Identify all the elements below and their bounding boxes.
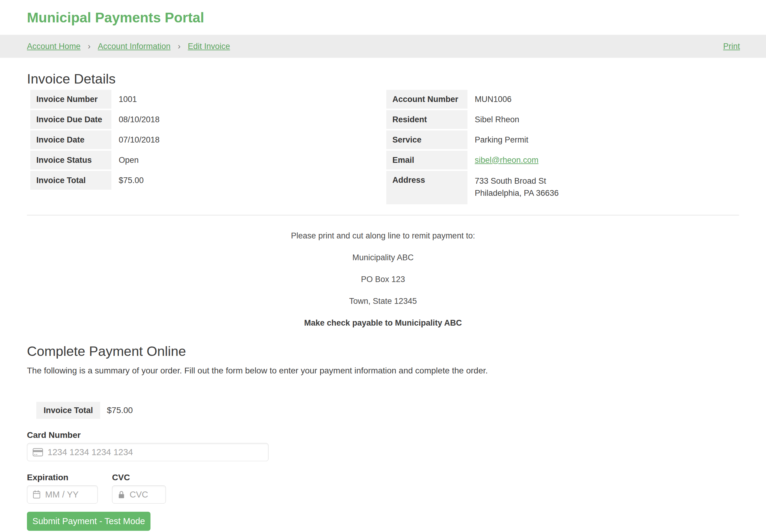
table-row: Invoice Due Date 08/10/2018 [30, 110, 383, 129]
table-row: Service Parking Permit [386, 130, 739, 149]
row-value: 07/10/2018 [111, 130, 159, 149]
breadcrumb-link-account-information[interactable]: Account Information [98, 42, 170, 51]
address-line-1: 733 South Broad St [475, 175, 559, 187]
row-label: Email [386, 151, 468, 169]
invoice-details-tables: Invoice Number 1001 Invoice Due Date 08/… [27, 90, 739, 206]
row-value: 08/10/2018 [111, 110, 159, 129]
remit-payee: Municipality ABC [27, 253, 739, 262]
invoice-details-heading: Invoice Details [27, 71, 739, 87]
remit-check-note: Make check payable to Municipality ABC [27, 318, 739, 328]
lock-icon [118, 491, 125, 499]
table-row: Invoice Status Open [30, 151, 383, 169]
card-number-field-box [27, 443, 268, 461]
submit-payment-button[interactable]: Submit Payment - Test Mode [27, 512, 150, 531]
expiration-label: Expiration [27, 473, 98, 482]
cvc-input[interactable] [130, 490, 160, 500]
address-line-2: Philadelphia, PA 36636 [475, 187, 559, 199]
expiration-cvc-labels: Expiration CVC [27, 461, 739, 482]
row-label: Invoice Due Date [30, 110, 111, 129]
table-row: Invoice Total $75.00 [30, 171, 383, 190]
row-value: sibel@rheon.com [468, 151, 539, 169]
card-number-label: Card Number [27, 430, 739, 440]
row-value: Parking Permit [468, 130, 528, 149]
card-number-input[interactable] [48, 447, 263, 457]
print-link[interactable]: Print [723, 42, 740, 51]
breadcrumb: Account Home › Account Information › Edi… [0, 35, 766, 58]
invoice-info-table: Invoice Number 1001 Invoice Due Date 08/… [27, 90, 383, 206]
row-label: Address [386, 171, 468, 204]
table-row: Invoice Number 1001 [30, 90, 383, 109]
order-summary-row: Invoice Total $75.00 [36, 402, 739, 419]
table-row: Resident Sibel Rheon [386, 110, 739, 129]
row-label: Invoice Status [30, 151, 111, 169]
row-label: Invoice Date [30, 130, 111, 149]
remit-po-box: PO Box 123 [27, 275, 739, 284]
breadcrumb-link-account-home[interactable]: Account Home [27, 42, 81, 51]
row-label: Invoice Total [30, 171, 111, 190]
cvc-field-box [112, 485, 166, 504]
table-row: Address 733 South Broad St Philadelphia,… [386, 171, 739, 204]
site-header: Municipal Payments Portal [0, 0, 766, 35]
expiration-field-box [27, 485, 98, 504]
row-value: 733 South Broad St Philadelphia, PA 3663… [468, 171, 559, 204]
summary-label: Invoice Total [36, 402, 100, 419]
row-label: Service [386, 130, 468, 149]
remit-instructions: Please print and cut along line to remit… [27, 231, 739, 328]
cut-line-divider [27, 215, 739, 215]
table-row: Email sibel@rheon.com [386, 151, 739, 169]
expiration-cvc-inputs [27, 482, 739, 504]
row-label: Invoice Number [30, 90, 111, 109]
row-label: Account Number [386, 90, 468, 109]
row-value: Open [111, 151, 139, 169]
remit-city-line: Town, State 12345 [27, 297, 739, 306]
credit-card-icon [33, 448, 43, 456]
calendar-icon [33, 490, 41, 499]
row-label: Resident [386, 110, 468, 129]
main-content: Invoice Details Invoice Number 1001 Invo… [0, 71, 766, 532]
account-info-table: Account Number MUN1006 Resident Sibel Rh… [383, 90, 739, 206]
payment-description: The following is a summary of your order… [27, 366, 739, 376]
row-value: $75.00 [111, 171, 144, 190]
complete-payment-heading: Complete Payment Online [27, 343, 739, 359]
page-title: Municipal Payments Portal [27, 9, 739, 26]
row-value: MUN1006 [468, 90, 512, 109]
cvc-label: CVC [112, 473, 130, 482]
table-row: Invoice Date 07/10/2018 [30, 130, 383, 149]
table-row: Account Number MUN1006 [386, 90, 739, 109]
row-value: Sibel Rheon [468, 110, 519, 129]
breadcrumb-link-edit-invoice[interactable]: Edit Invoice [188, 42, 230, 51]
expiration-input[interactable] [45, 490, 92, 500]
email-link[interactable]: sibel@rheon.com [475, 156, 539, 165]
chevron-right-icon: › [88, 42, 90, 51]
remit-intro: Please print and cut along line to remit… [27, 231, 739, 241]
summary-value: $75.00 [107, 406, 133, 415]
row-value: 1001 [111, 90, 137, 109]
chevron-right-icon: › [178, 42, 180, 51]
